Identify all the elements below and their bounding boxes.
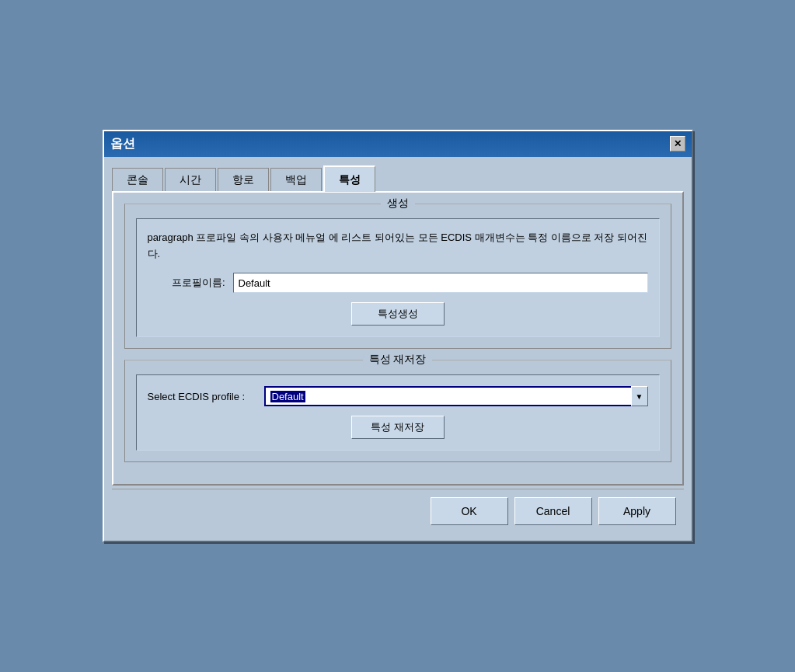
generation-inner-box: paragraph 프로파일 속의 사용자 메뉴얼 에 리스트 되어있는 모든 … [136, 218, 660, 338]
tab-route[interactable]: 항로 [218, 168, 269, 192]
tab-properties[interactable]: 특성 [323, 165, 375, 192]
ok-button[interactable]: OK [431, 497, 508, 525]
resave-properties-button[interactable]: 특성 재저장 [351, 416, 445, 439]
resave-group-title: 특성 재저장 [363, 353, 433, 367]
resave-inner-box: Select ECDIS profile : Default ▼ 특성 재저장 [136, 374, 660, 451]
cancel-button[interactable]: Cancel [514, 497, 592, 525]
tab-backup[interactable]: 백업 [270, 168, 322, 192]
apply-button[interactable]: Apply [598, 497, 676, 525]
title-bar: 옵션 ✕ [104, 131, 692, 157]
profile-name-input[interactable] [233, 273, 648, 293]
tab-console[interactable]: 콘솔 [112, 168, 163, 192]
options-dialog: 옵션 ✕ 콘솔 시간 항로 백업 특성 생성 paragraph 프로파일 속의… [103, 130, 693, 543]
tab-bar: 콘솔 시간 항로 백업 특성 [112, 165, 684, 191]
properties-panel: 생성 paragraph 프로파일 속의 사용자 메뉴얼 에 리스트 되어있는 … [112, 191, 684, 486]
resave-button-row: 특성 재저장 [148, 416, 648, 439]
profile-select-value: Default [270, 391, 305, 402]
select-label: Select ECDIS profile : [148, 391, 256, 402]
generation-group-title: 생성 [381, 197, 415, 211]
profile-name-label: 프로필이름: [148, 276, 225, 290]
close-button[interactable]: ✕ [670, 136, 685, 151]
profile-select-display[interactable]: Default [264, 386, 648, 406]
dialog-title: 옵션 [110, 136, 135, 152]
generation-group: 생성 paragraph 프로파일 속의 사용자 메뉴얼 에 리스트 되어있는 … [124, 204, 671, 350]
create-properties-button[interactable]: 특성생성 [351, 302, 445, 326]
generation-description: paragraph 프로파일 속의 사용자 메뉴얼 에 리스트 되어있는 모든 … [148, 230, 648, 263]
bottom-button-bar: OK Cancel Apply [112, 489, 684, 533]
create-button-row: 특성생성 [148, 302, 648, 326]
tab-time[interactable]: 시간 [165, 168, 216, 192]
profile-select-wrapper[interactable]: Default ▼ [264, 386, 648, 406]
select-profile-row: Select ECDIS profile : Default ▼ [148, 386, 648, 406]
dialog-content: 콘솔 시간 항로 백업 특성 생성 paragraph 프로파일 속의 사용자 … [104, 157, 692, 541]
profile-name-row: 프로필이름: [148, 273, 648, 293]
resave-group: 특성 재저장 Select ECDIS profile : Default ▼ … [124, 360, 671, 462]
dropdown-arrow-icon[interactable]: ▼ [631, 386, 648, 406]
